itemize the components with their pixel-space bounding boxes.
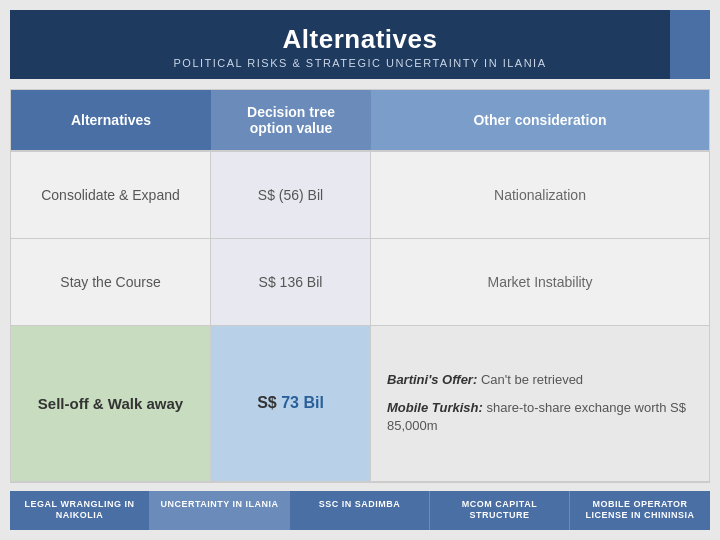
row1-value: S$ (56) Bil xyxy=(211,152,371,238)
row3-value: S$ 73 Bil xyxy=(211,326,371,481)
table-row: Consolidate & Expand S$ (56) Bil Nationa… xyxy=(11,152,709,239)
row1-other: Nationalization xyxy=(371,152,709,238)
footer-tab-1[interactable]: UNCERTAINTY IN ILANIA xyxy=(150,491,290,530)
offer1: Bartini's Offer: Can't be retrieved xyxy=(387,371,583,389)
column-headers: Alternatives Decision treeoption value O… xyxy=(11,90,709,152)
col-header-decision-tree-text: Decision treeoption value xyxy=(247,104,335,136)
page-wrapper: Alternatives POLITICAL RISKS & STRATEGIC… xyxy=(0,0,720,540)
selloff-value-highlight: 73 Bil xyxy=(281,394,324,412)
offer1-text: Can't be retrieved xyxy=(481,372,583,387)
footer-tab-3[interactable]: MCOM CAPITAL STRUCTURE xyxy=(430,491,570,530)
col-header-decision-tree: Decision treeoption value xyxy=(211,90,371,150)
main-table: Alternatives Decision treeoption value O… xyxy=(10,89,710,483)
row2-other: Market Instability xyxy=(371,239,709,325)
row3-other: Bartini's Offer: Can't be retrieved Mobi… xyxy=(371,326,709,481)
footer-tab-4[interactable]: MOBILE OPERATOR LICENSE IN CHININSIA xyxy=(570,491,710,530)
offer2: Mobile Turkish: share-to-share exchange … xyxy=(387,399,693,435)
table-row: Stay the Course S$ 136 Bil Market Instab… xyxy=(11,239,709,326)
row2-alt: Stay the Course xyxy=(11,239,211,325)
header-decoration xyxy=(670,10,710,79)
row2-value: S$ 136 Bil xyxy=(211,239,371,325)
col-header-other: Other consideration xyxy=(371,90,709,150)
row3-alt: Sell-off & Walk away xyxy=(11,326,211,481)
offer1-label: Bartini's Offer: xyxy=(387,372,477,387)
footer-tabs: LEGAL WRANGLING IN NAIKOLIA UNCERTAINTY … xyxy=(10,491,710,530)
page-header: Alternatives POLITICAL RISKS & STRATEGIC… xyxy=(10,10,710,79)
page-subtitle: POLITICAL RISKS & STRATEGIC UNCERTAINTY … xyxy=(20,57,700,69)
col-header-alternatives: Alternatives xyxy=(11,90,211,150)
footer-tab-0[interactable]: LEGAL WRANGLING IN NAIKOLIA xyxy=(10,491,150,530)
page-title: Alternatives xyxy=(20,24,700,55)
row1-alt: Consolidate & Expand xyxy=(11,152,211,238)
table-row-selloff: Sell-off & Walk away S$ 73 Bil Bartini's… xyxy=(11,326,709,482)
footer-tab-2[interactable]: SSC IN SADIMBA xyxy=(290,491,430,530)
offer2-label: Mobile Turkish: xyxy=(387,400,483,415)
selloff-value-prefix: S$ xyxy=(257,394,277,412)
